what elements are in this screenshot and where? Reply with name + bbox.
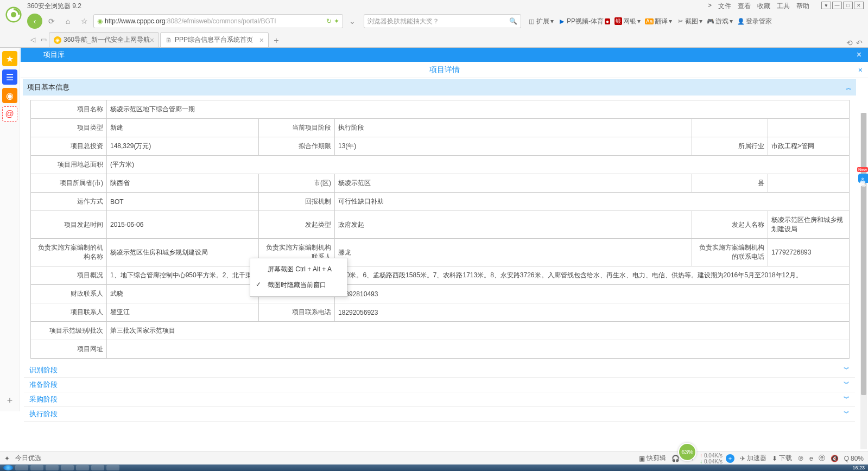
window-close[interactable]: ✕ (854, 2, 864, 9)
faq-side-tab[interactable]: New 常见问题 « (858, 174, 868, 183)
status-zoom[interactable]: Q 80% (844, 455, 864, 462)
value-project-name: 杨凌示范区地下综合管廊一期 (107, 100, 850, 119)
sidebar-mail-icon[interactable]: @ (2, 106, 17, 122)
url-dropdown[interactable]: ⌄ (345, 14, 359, 28)
nav-back-button[interactable]: ‹ (27, 14, 42, 29)
refresh-icon[interactable]: ↻ (326, 17, 332, 25)
browser-logo (5, 7, 22, 23)
chevron-down-icon: ︾ (844, 365, 850, 373)
rocket-icon: ✈ (740, 455, 745, 462)
tab-history-back[interactable]: ◁ (27, 32, 38, 47)
chevron-down-icon: ︾ (844, 409, 850, 417)
svg-point-1 (11, 12, 16, 17)
close-tab-icon[interactable]: × (150, 36, 154, 44)
detail-close[interactable]: × (858, 66, 863, 74)
menu-view[interactable]: 查看 (738, 2, 751, 11)
nav-reload-button[interactable]: ⟳ (45, 14, 59, 28)
tab-360nav[interactable]: ◉ 360导航_新一代安全上网导航 × (49, 32, 159, 47)
sub-header: 项目详情 × (21, 62, 868, 78)
ext-ppvideo[interactable]: ▶PP视频-体育● (558, 17, 610, 26)
taskbar-item[interactable] (46, 465, 59, 470)
menu-help[interactable]: 帮助 (796, 2, 809, 11)
screenshot-context-menu: 屏幕截图 Ctrl + Alt + A ✓截图时隐藏当前窗口 (250, 258, 347, 297)
compass-icon: ◉ (97, 17, 103, 25)
page-header-title: 项目库 (43, 50, 65, 60)
taskbar-clock: 16:23 (852, 465, 865, 470)
search-icon[interactable]: 🔍 (509, 17, 517, 25)
close-tab-icon[interactable]: × (259, 36, 264, 44)
plus-badge-icon[interactable]: + (726, 454, 734, 463)
speed-percent: 63% (678, 443, 696, 461)
project-info-table: 项目名称 杨凌示范区地下综合管廊一期 项目类型 新建 当前项目阶段 执行阶段 项… (30, 100, 850, 359)
phase-prepare[interactable]: 准备阶段︾ (24, 378, 855, 392)
section-basic-info[interactable]: 项目基本信息 ︽ (23, 79, 856, 96)
ext-youxi[interactable]: 🎮游戏 ▾ (707, 17, 733, 26)
status-download[interactable]: ⬇下载 (772, 454, 792, 463)
new-badge: New (857, 167, 868, 172)
ext-dengluguanjia[interactable]: 👤登录管家 (737, 17, 772, 26)
menu-file[interactable]: 文件 (718, 2, 731, 11)
ext-wangyin[interactable]: 银网银 ▾ (614, 17, 641, 26)
sidebar-weibo-icon[interactable]: ◉ (2, 88, 17, 103)
nav-star-button[interactable]: ☆ (77, 14, 91, 28)
scissors-icon: ▣ (639, 455, 645, 462)
sidebar-add-button[interactable]: + (2, 393, 17, 408)
menu-screenshot[interactable]: 屏幕截图 Ctrl + Alt + A (250, 262, 347, 277)
taskbar-item[interactable] (30, 465, 43, 470)
status-jiasu[interactable]: ✈加速器 (740, 454, 766, 463)
collapse-icon[interactable]: ︽ (846, 84, 852, 92)
download-icon: ⬇ (772, 455, 777, 462)
favicon-page-icon: 🗎 (165, 36, 173, 44)
ext-fanyi[interactable]: Aa翻译 ▾ (645, 17, 672, 26)
phase-execute[interactable]: 执行阶段︾ (24, 407, 855, 422)
status-mute-icon[interactable]: 🔇 (831, 455, 839, 462)
menu-hide-window[interactable]: ✓截图时隐藏当前窗口 (250, 277, 347, 293)
ext-colors-icon[interactable]: ◫扩展 ▾ (528, 17, 554, 26)
start-button[interactable] (3, 465, 13, 470)
status-ie-icon[interactable]: ⓔ (819, 454, 825, 463)
upload-arrow-icon: ↑ (700, 453, 702, 459)
browser-title: 360安全浏览器 9.2 (27, 2, 81, 11)
window-maximize[interactable]: □ (843, 2, 853, 9)
chevron-down-icon: ︾ (844, 380, 850, 388)
download-arrow-icon: ↓ (700, 459, 702, 464)
sidebar-news-icon[interactable]: ☰ (2, 69, 17, 85)
phase-identify[interactable]: 识别阶段︾ (24, 363, 855, 378)
status-news-icon[interactable]: ✦ (4, 455, 10, 462)
menu-tools[interactable]: 工具 (777, 2, 790, 11)
tab-ppp[interactable]: 🗎 PPP综合信息平台系统首页 × (160, 32, 269, 47)
new-tab-button[interactable]: + (270, 34, 283, 47)
speed-badge[interactable]: 63% ↑ 0.04K/s ↓ 0.04K/s + (700, 453, 734, 464)
page-header-bar: 项目库 × (21, 48, 868, 62)
status-e-icon[interactable]: e (809, 455, 813, 462)
taskbar-item[interactable] (15, 465, 28, 470)
status-today[interactable]: 今日优选 (15, 454, 41, 463)
project-detail-title: 项目详情 (429, 65, 460, 75)
window-tube-icon[interactable]: ♥ (821, 2, 831, 9)
search-input[interactable]: 浏览器换肤就能抽大奖？ 🔍 (364, 14, 521, 28)
ext-jietu[interactable]: ✂截图 ▾ (676, 17, 702, 26)
window-minimize[interactable]: — (832, 2, 842, 9)
tab-list-icon[interactable]: ▭ (38, 32, 49, 47)
status-p-icon[interactable]: ℗ (797, 455, 804, 462)
scrollbar[interactable] (860, 113, 867, 449)
taskbar-item[interactable] (91, 465, 104, 470)
sidebar-favorites-icon[interactable]: ★ (2, 51, 17, 66)
phase-procure[interactable]: 采购阶段︾ (24, 392, 855, 407)
taskbar-item[interactable] (106, 465, 119, 470)
taskbar-item[interactable] (76, 465, 89, 470)
tab-undo-icon[interactable]: ↶ (856, 39, 863, 47)
leaf-icon[interactable]: ✦ (334, 17, 339, 25)
value-overview: 1、地下综合管廊控制中心950平方米。2、北干渠东段4379米。5、孟杨路东段2… (107, 266, 850, 285)
taskbar-item[interactable] (61, 465, 74, 470)
scrollbar-thumb[interactable] (861, 113, 866, 395)
status-kuaijian[interactable]: ▣快剪辑 (639, 454, 666, 463)
left-sidebar: ★ ☰ ◉ @ + (0, 48, 20, 411)
chevron-down-icon: ︾ (844, 394, 850, 403)
tab-restore-icon[interactable]: ⟲ (846, 39, 853, 47)
menu-fav[interactable]: 收藏 (757, 2, 770, 11)
address-bar[interactable]: ◉ http://www.cpppc.org:8082/efmisweb/com… (93, 14, 343, 28)
nav-home-button[interactable]: ⌂ (61, 14, 75, 28)
page-header-close[interactable]: × (857, 50, 861, 60)
favicon-360-icon: ◉ (54, 36, 61, 44)
